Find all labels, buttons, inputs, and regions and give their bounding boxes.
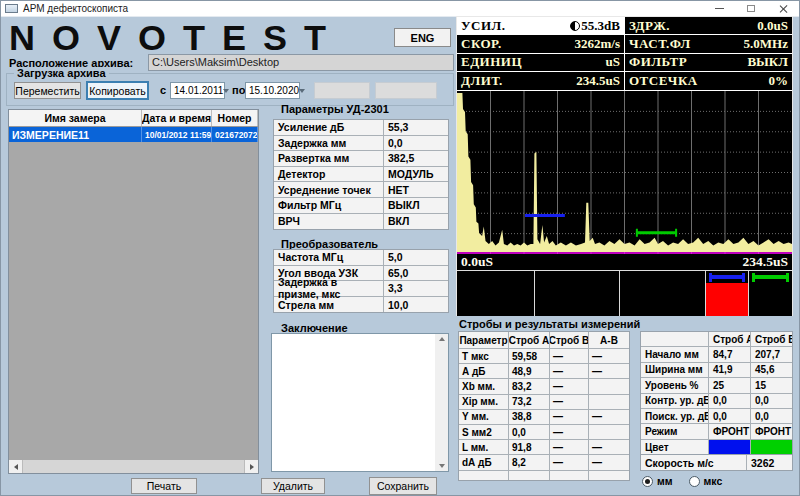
- param-label: Задержка мм: [274, 136, 384, 151]
- results-param-label: S мм2: [459, 425, 509, 439]
- scroll-down-icon[interactable]: [439, 464, 445, 468]
- instrument-param-value: 0%: [769, 73, 789, 89]
- scale-left-label: 0.0uS: [461, 254, 493, 270]
- measurements-header: Имя замераДата и времяНомер: [9, 110, 258, 127]
- delete-button[interactable]: Удалить: [261, 478, 325, 494]
- print-button[interactable]: Печать: [131, 478, 197, 494]
- instrument-cell[interactable]: ЗДРЖ.0.0uS: [625, 17, 792, 34]
- param-value: НЕТ: [384, 182, 448, 197]
- param-row: Задержка в призме, мкс3,3: [274, 281, 448, 297]
- horizontal-scrollbar[interactable]: [9, 460, 258, 473]
- title-bar: АРМ дефектоскописта: [1, 1, 799, 17]
- param-label: Усиление дБ: [274, 120, 384, 135]
- results-empty-cell: [509, 471, 550, 480]
- results-param-label: Т мкс: [459, 349, 509, 363]
- archive-path-field[interactable]: C:\Users\Maksim\Desktop: [148, 54, 454, 71]
- gates-header-row: Строб АСтроб В: [641, 332, 792, 347]
- param-value: 0,0: [384, 136, 448, 151]
- instrument-panel: УСИЛ.55.3dBЗДРЖ.0.0uSСКОР.3262m/sЧАСТ.ФЛ…: [457, 17, 792, 91]
- instrument-param-value: 234.5uS: [576, 73, 620, 89]
- results-value: 83,2: [509, 379, 550, 393]
- language-button[interactable]: ENG: [394, 28, 451, 47]
- maximize-icon: [747, 5, 755, 12]
- param-row: Усиление дБ55,3: [274, 120, 448, 136]
- param-row: ВРЧВКЛ: [274, 214, 448, 230]
- param-row: Задержка мм0,0: [274, 136, 448, 152]
- ascan-area: [457, 91, 792, 254]
- date-from-select[interactable]: 14.01.2011: [170, 82, 225, 99]
- gates-row: Уровень %2515: [641, 378, 792, 393]
- gates-column-header: [641, 332, 709, 346]
- radio-icon[interactable]: [642, 476, 653, 487]
- instrument-param-label: ДЛИТ.: [461, 73, 503, 89]
- results-value: —: [550, 440, 589, 454]
- move-button[interactable]: Переместить: [14, 82, 81, 99]
- conclusion-textarea[interactable]: [271, 333, 449, 472]
- instrument-cell[interactable]: ЕДИНИЦuS: [457, 54, 624, 71]
- scrollbar-thumb[interactable]: [22, 460, 245, 473]
- column-header[interactable]: Дата и время: [142, 110, 212, 126]
- ascan-plot: [457, 91, 792, 254]
- gates-param-label: Ширина мм: [641, 363, 709, 377]
- results-param-label: L мм.: [459, 440, 509, 454]
- instrument-cell[interactable]: УСИЛ.55.3dB: [457, 17, 624, 34]
- date-to-select[interactable]: 15.10.2020: [245, 82, 300, 99]
- conclusion-text: [274, 336, 433, 469]
- measurement-row[interactable]: ИЗМЕРЕНИЕ1110/01/2012 11:590216720720: [9, 127, 258, 142]
- copy-button[interactable]: Копировать: [86, 81, 149, 100]
- results-row: А дБ48,9——: [459, 364, 629, 379]
- instrument-cell[interactable]: ДЛИТ.234.5uS: [457, 72, 624, 89]
- results-row: Хip мм.73,2—: [459, 395, 629, 410]
- scroll-right-icon[interactable]: [245, 460, 258, 473]
- param-row: ДетекторМОДУЛЬ: [274, 167, 448, 183]
- instrument-cell[interactable]: ЧАСТ.ФЛ5.0MHz: [625, 35, 792, 52]
- minimize-button[interactable]: [703, 1, 735, 16]
- column-header[interactable]: Имя замера: [9, 110, 142, 126]
- param-label: Задержка в призме, мкс: [274, 281, 384, 296]
- results-header-row: ПараметрСтроб АСтроб ВА-В: [459, 332, 629, 349]
- instrument-param-label: ЗДРЖ.: [629, 18, 670, 34]
- results-left-table: ПараметрСтроб АСтроб ВА-ВТ мкс59,58——А д…: [458, 331, 630, 481]
- column-header[interactable]: Номер: [212, 110, 258, 126]
- measurements-list: Имя замераДата и времяНомер ИЗМЕРЕНИЕ111…: [8, 109, 259, 474]
- results-value: —: [550, 379, 589, 393]
- instrument-cell[interactable]: СКОР.3262m/s: [457, 35, 624, 52]
- scroll-left-icon[interactable]: [9, 460, 22, 473]
- param-label: Детектор: [274, 167, 384, 182]
- gates-column-header: Строб А: [709, 332, 751, 346]
- gates-value: 25: [709, 378, 751, 392]
- results-empty-cell: [459, 471, 509, 480]
- app-window: АРМ дефектоскописта NOVOTEST ENG Располо…: [0, 0, 800, 496]
- date-from-value: 14.01.2011: [174, 85, 223, 96]
- results-column-header: Параметр: [459, 332, 509, 348]
- instrument-cell[interactable]: ОТСЕЧКА0%: [625, 72, 792, 89]
- gates-value: 207,7: [751, 347, 792, 361]
- units-radio-group: мммкс: [642, 475, 722, 487]
- param-label: Частота МГц: [274, 250, 384, 265]
- unit-radio-мм[interactable]: мм: [642, 475, 673, 487]
- instrument-cell[interactable]: ФИЛЬТРВЫКЛ: [625, 54, 792, 71]
- maximize-button[interactable]: [735, 1, 767, 16]
- instrument-param-label: ФИЛЬТР: [629, 54, 687, 70]
- gates-param-label: Уровень %: [641, 378, 709, 392]
- scroll-up-icon[interactable]: [439, 337, 445, 341]
- radio-icon[interactable]: [689, 476, 700, 487]
- unit-radio-мкс[interactable]: мкс: [689, 475, 723, 487]
- param-value: 382,5: [384, 151, 448, 166]
- chevron-down-icon: [223, 89, 229, 93]
- param-value: 55,3: [384, 120, 448, 135]
- results-value: 73,2: [509, 395, 550, 409]
- gate-b-indicator: [752, 275, 789, 279]
- save-button[interactable]: Сохранить: [369, 477, 437, 495]
- vertical-scrollbar[interactable]: [435, 334, 448, 471]
- gates-param-label: Режим: [641, 424, 709, 438]
- results-param-label: Хb мм.: [459, 379, 509, 393]
- indicator-cell: [457, 271, 534, 316]
- param-row: Частота МГц5,0: [274, 250, 448, 266]
- close-button[interactable]: [767, 1, 799, 16]
- results-value: 59,58: [509, 349, 550, 363]
- blank-field-1: [314, 82, 370, 99]
- gates-value: 15: [751, 378, 792, 392]
- unit-label: мкс: [704, 475, 723, 487]
- instrument-param-value: 5.0MHz: [744, 36, 788, 52]
